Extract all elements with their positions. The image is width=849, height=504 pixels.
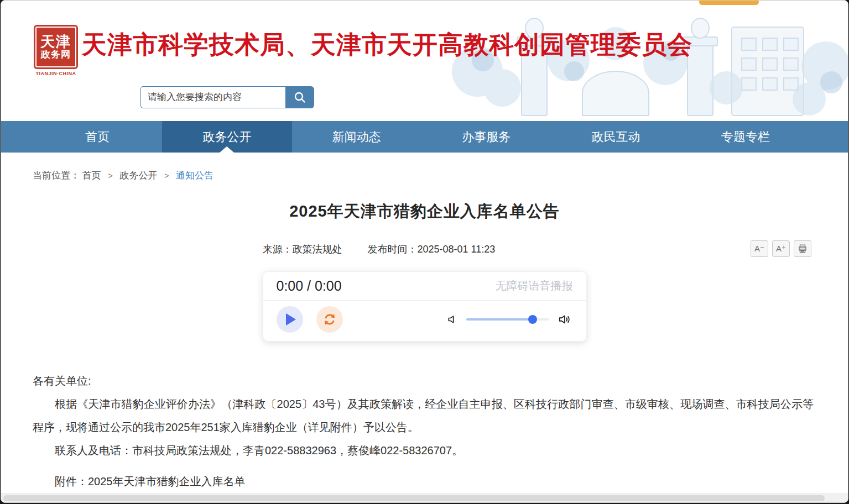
search-icon [293, 91, 306, 104]
logo-caption: TIANJIN·CHINA [32, 71, 80, 76]
salutation: 各有关单位: [33, 369, 814, 392]
site-title: 天津市科学技术局、天津市天开高教科创园管理委员会 [82, 28, 692, 61]
search-bar [140, 86, 314, 108]
breadcrumb-separator: > [108, 171, 112, 180]
article-body: 各有关单位: 根据《天津市猎豹企业评价办法》（津科政〔2025〕43号）及其政策… [33, 369, 814, 493]
volume-slider[interactable] [466, 315, 549, 324]
nav-item-services[interactable]: 办事服务 [421, 121, 551, 153]
search-input[interactable] [140, 86, 285, 108]
print-icon [798, 244, 808, 254]
nav-item-topics[interactable]: 专题专栏 [681, 121, 810, 153]
horizontal-scrollbar[interactable] [1, 494, 848, 502]
nav-item-home[interactable]: 首页 [33, 121, 162, 153]
scrollbar-thumb[interactable] [3, 495, 825, 501]
search-button[interactable] [285, 86, 314, 108]
breadcrumb-item-notices[interactable]: 通知公告 [176, 170, 213, 181]
active-tab-notch [220, 146, 234, 153]
browser-window: 天津 政务网 TIANJIN·CHINA 天津市科学技术局、天津市天开高教科创园… [1, 0, 848, 503]
attachment-line: 附件：2025年天津市猎豹企业入库名单 [33, 470, 814, 493]
breadcrumb-item-gov-info[interactable]: 政务公开 [119, 170, 157, 181]
volume-high-icon[interactable] [558, 312, 572, 327]
breadcrumb: 当前位置： 首页 > 政务公开 > 通知公告 [1, 153, 848, 182]
play-icon [286, 313, 296, 326]
breadcrumb-item-home[interactable]: 首页 [82, 170, 101, 181]
audio-player-controls [263, 301, 586, 341]
breadcrumb-label: 当前位置： [33, 170, 80, 181]
top-accent-bar [699, 0, 759, 5]
main-nav: 首页 政务公开 新闻动态 办事服务 政民互动 专题专栏 [1, 121, 848, 153]
font-increase-button[interactable]: A⁺ [772, 240, 790, 257]
volume-controls [447, 312, 572, 327]
seal-text-line2: 政务网 [41, 50, 71, 60]
print-button[interactable] [794, 240, 811, 257]
player-time: 0:00 / 0:00 [277, 278, 342, 294]
source-value: 政策法规处 [293, 243, 342, 256]
source-label: 来源： [263, 243, 293, 256]
nav-item-interaction[interactable]: 政民互动 [551, 121, 680, 153]
nav-item-label: 政务公开 [202, 129, 251, 145]
article: 2025年天津市猎豹企业入库名单公告 来源： 政策法规处 发布时间： 2025-… [1, 201, 848, 493]
publish-time-label: 发布时间： [368, 243, 418, 256]
audio-player-header: 0:00 / 0:00 无障碍语音播报 [263, 272, 586, 301]
seal-text-line1: 天津 [40, 34, 71, 49]
article-title: 2025年天津市猎豹企业入库名单公告 [1, 201, 848, 223]
site-header: 天津 政务网 TIANJIN·CHINA 天津市科学技术局、天津市天开高教科创园… [1, 1, 848, 121]
font-decrease-button[interactable]: A⁻ [751, 240, 768, 257]
breadcrumb-separator: > [164, 171, 169, 180]
loop-icon [322, 312, 337, 327]
article-meta: 来源： 政策法规处 发布时间： 2025-08-01 11:23 [263, 243, 587, 256]
article-tools: A⁻ A⁺ [751, 240, 811, 257]
player-caption: 无障碍语音播报 [496, 279, 573, 293]
publish-time-value: 2025-08-01 11:23 [418, 244, 496, 255]
nav-item-gov-info[interactable]: 政务公开 [162, 121, 291, 153]
site-logo[interactable]: 天津 政务网 TIANJIN·CHINA [32, 25, 80, 76]
play-button[interactable] [277, 306, 303, 333]
volume-low-icon[interactable] [447, 314, 458, 325]
loop-button[interactable] [316, 306, 343, 333]
paragraph-main: 根据《天津市猎豹企业评价办法》（津科政〔2025〕43号）及其政策解读，经企业自… [33, 392, 814, 439]
volume-slider-thumb[interactable] [528, 315, 537, 324]
paragraph-contacts: 联系人及电话：市科技局政策法规处，李青022-58832963，蔡俊峰022-5… [33, 439, 814, 462]
article-meta-row: 来源： 政策法规处 发布时间： 2025-08-01 11:23 A⁻ A⁺ [1, 243, 848, 260]
audio-player: 0:00 / 0:00 无障碍语音播报 [263, 271, 587, 342]
nav-item-news[interactable]: 新闻动态 [292, 121, 421, 153]
seal-icon: 天津 政务网 [34, 25, 78, 69]
header-illustration [444, 5, 848, 121]
